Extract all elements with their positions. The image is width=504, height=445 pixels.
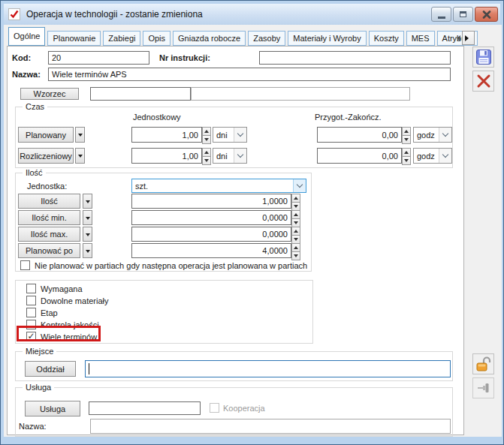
planowac-po-dropdown-button[interactable]	[83, 243, 92, 258]
combo-chevron-button[interactable]	[234, 149, 246, 163]
dropdown-arrow-icon	[86, 250, 90, 255]
restore-button[interactable]	[453, 7, 473, 22]
combo-chevron-button[interactable]	[234, 128, 246, 142]
unit-value: godz	[417, 131, 435, 140]
spinner-up-button[interactable]	[202, 148, 211, 157]
spinner-up-icon	[204, 128, 209, 133]
nazwa-input[interactable]: Wiele terminów APS	[48, 68, 451, 81]
ilosc-min-button[interactable]: Ilość min.	[18, 210, 80, 225]
nie-planowac-checkbox[interactable]	[20, 260, 30, 270]
tab-mes[interactable]: MES	[406, 31, 435, 46]
planowany-button[interactable]: Planowany	[18, 127, 74, 143]
spinner-down-button[interactable]	[291, 252, 300, 260]
usluga-nazwa-label: Nazwa:	[19, 422, 47, 431]
tab-planowanie[interactable]: Planowanie	[47, 31, 101, 46]
ilosc-max-input[interactable]: 0,0000	[131, 227, 291, 242]
tab-gniazda-robocze[interactable]: Gniazda robocze	[173, 31, 246, 46]
spinner-down-button[interactable]	[402, 136, 411, 144]
tab-scroll-left-button[interactable]	[452, 31, 461, 45]
nie-planowac-label: Nie planować w partiach gdy następna ope…	[35, 261, 307, 270]
tab-ogolne[interactable]: Ogólne	[8, 27, 45, 46]
tab-opis[interactable]: Opis	[143, 31, 171, 46]
spinner-down-button[interactable]	[402, 157, 411, 165]
dropdown-arrow-icon	[86, 217, 90, 222]
rozliczeniowy-jednostkowy-input[interactable]: 1,00	[131, 148, 202, 164]
text-caret	[89, 363, 89, 374]
spinner-up-button[interactable]	[291, 194, 300, 203]
planowany-przygot-unit-combo[interactable]: godz	[413, 127, 452, 143]
save-button[interactable]	[472, 47, 494, 68]
wzorzec-button[interactable]: Wzorzec	[20, 88, 79, 100]
chevron-down-icon	[297, 182, 303, 188]
tab-zasoby[interactable]: Zasoby	[248, 31, 285, 46]
planowac-po-input[interactable]: 4,0000	[131, 243, 291, 258]
kontrola-jakosci-checkbox[interactable]	[26, 320, 36, 329]
wymagana-checkbox[interactable]	[26, 284, 36, 293]
dowolne-materialy-checkbox[interactable]	[26, 296, 36, 305]
titlebar[interactable]: Operacja w technologii - zostanie zmieni…	[4, 4, 500, 25]
ilosc-min-dropdown-button[interactable]	[83, 210, 92, 225]
dropdown-arrow-icon	[78, 155, 83, 160]
spinner-down-icon	[404, 138, 409, 143]
spinner-up-button[interactable]	[291, 243, 300, 252]
kooperacja-label: Kooperacja	[223, 404, 265, 413]
usluga-button[interactable]: Usługa	[25, 401, 80, 416]
save-floppy-icon	[475, 49, 492, 65]
spinner-up-button[interactable]	[402, 127, 411, 136]
wzorzec-kod-input[interactable]	[90, 87, 191, 101]
nr-instrukcji-input[interactable]	[259, 51, 451, 65]
spinner-up-button[interactable]	[402, 148, 411, 157]
ilosc-min-input[interactable]: 0,0000	[131, 210, 291, 225]
minimize-button[interactable]	[431, 7, 451, 22]
combo-chevron-button[interactable]	[293, 179, 306, 192]
spinner-down-button[interactable]	[202, 136, 211, 144]
ilosc-input[interactable]: 1,0000	[131, 194, 291, 209]
wiele-terminow-label: Wiele terminów	[41, 332, 97, 341]
planowany-dropdown-button[interactable]	[75, 127, 85, 143]
rozliczeniowy-przygot-input[interactable]: 0,00	[317, 148, 402, 164]
combo-chevron-button[interactable]	[439, 149, 451, 163]
spinner-down-button[interactable]	[202, 157, 211, 165]
spinner-down-icon	[294, 205, 298, 210]
rozliczeniowy-button[interactable]: Rozliczeniowy	[18, 148, 74, 164]
spinner-up-button[interactable]	[291, 227, 300, 236]
kod-input[interactable]: 20	[48, 51, 149, 65]
rozliczeniowy-jednostkowy-unit-combo[interactable]: dni	[213, 148, 247, 164]
ilosc-button[interactable]: Ilość	[18, 194, 80, 209]
planowac-po-button[interactable]: Planować po	[18, 243, 80, 258]
planowany-przygot-input[interactable]: 0,00	[317, 127, 402, 143]
spinner-down-icon	[204, 159, 209, 164]
tab-koszty[interactable]: Koszty	[369, 31, 404, 46]
planowany-jednostkowy-input[interactable]: 1,00	[131, 127, 202, 143]
ilosc-max-button[interactable]: Ilość max.	[18, 227, 80, 242]
ilosc-dropdown-button[interactable]	[83, 194, 92, 209]
spinner-down-icon	[294, 254, 298, 260]
jednostka-combo[interactable]: szt.	[131, 179, 306, 193]
usluga-input[interactable]	[89, 401, 201, 415]
etap-checkbox[interactable]	[26, 308, 36, 317]
etap-label: Etap	[41, 308, 58, 317]
rozliczeniowy-przygot-unit-combo[interactable]: godz	[413, 148, 452, 164]
unlock-button[interactable]	[472, 353, 494, 374]
ilosc-max-dropdown-button[interactable]	[83, 227, 92, 242]
oddzial-button[interactable]: Oddział	[25, 361, 76, 377]
wiele-terminow-checkbox[interactable]: ✓	[26, 332, 36, 341]
planowany-jednostkowy-unit-combo[interactable]: dni	[213, 127, 247, 143]
close-button[interactable]	[475, 7, 498, 22]
cancel-button[interactable]	[472, 71, 494, 92]
tab-materialy-i-wyroby[interactable]: Materiały i Wyroby	[288, 31, 366, 46]
jednostka-label: Jednostka:	[27, 182, 67, 191]
spinner-up-icon	[294, 211, 298, 216]
combo-chevron-button[interactable]	[439, 128, 451, 142]
spinner-up-button[interactable]	[291, 210, 300, 219]
dialog-body: Ogólne Planowanie Zabiegi Opis Gniazda r…	[4, 25, 502, 437]
spinner-up-button[interactable]	[202, 127, 211, 136]
unit-value: godz	[417, 152, 435, 161]
tab-zabiegi[interactable]: Zabiegi	[103, 31, 140, 46]
czas-col-jednostkowy: Jednostkowy	[133, 113, 181, 122]
oddzial-input[interactable]	[85, 360, 451, 377]
rozliczeniowy-dropdown-button[interactable]	[75, 148, 85, 164]
usluga-nazwa-input[interactable]	[90, 419, 451, 434]
tab-scroll-right-button[interactable]	[462, 31, 475, 45]
nr-instrukcji-label: Nr instrukcji:	[159, 53, 210, 62]
